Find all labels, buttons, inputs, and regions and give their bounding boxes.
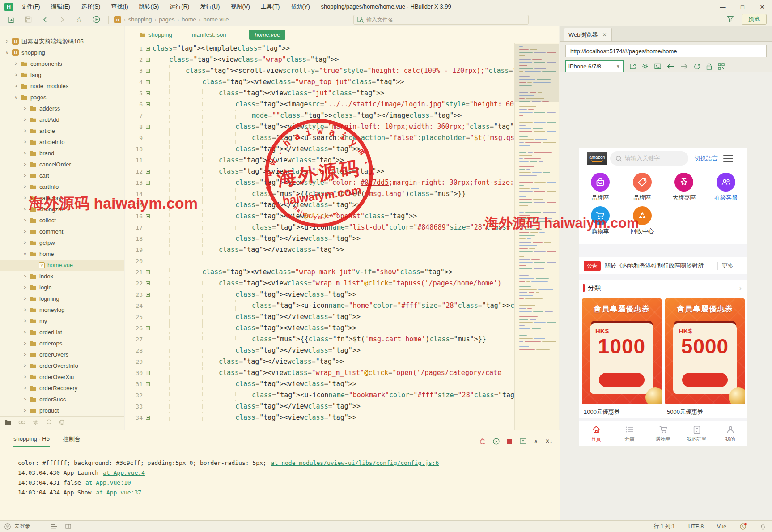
lock-icon[interactable] (706, 63, 712, 70)
menu-item-4[interactable]: 查找(I) (106, 1, 132, 12)
fold-marker[interactable] (143, 267, 153, 278)
console-tab-app[interactable]: shopping - H5 (13, 435, 50, 447)
tree-item-cartInfo[interactable]: >cartInfo (0, 181, 124, 192)
collapse-arrow-icon[interactable]: > (22, 117, 28, 122)
fold-marker[interactable] (143, 121, 153, 132)
collapse-arrow-icon[interactable]: > (4, 39, 10, 44)
browser-forward-icon[interactable] (680, 64, 688, 69)
fold-marker[interactable] (143, 244, 153, 255)
code-line-16[interactable]: 16class="tag"><view @click="openst"class… (125, 211, 514, 222)
user-account-icon[interactable] (4, 523, 11, 530)
expand-arrow-icon[interactable]: ∨ (4, 50, 10, 55)
fold-marker[interactable] (143, 200, 153, 211)
tabbar-item-order[interactable]: 我的訂單 (680, 421, 713, 446)
device-select[interactable]: iPhone 6/7/8 ▼ (565, 60, 624, 72)
code-line-10[interactable]: 10class="tag"></viewclass="tag">> (125, 144, 514, 155)
fold-marker[interactable] (143, 412, 153, 423)
menu-item-8[interactable]: 视图(V) (226, 1, 254, 12)
collapse-arrow-icon[interactable]: > (22, 207, 28, 212)
category-item[interactable]: 在綫客服 (705, 173, 747, 202)
login-status[interactable]: 未登录 (14, 523, 30, 530)
code-line-32[interactable]: 32class="tag"><u-icon name="bookmark" co… (125, 390, 514, 401)
close-button[interactable]: ✕ (752, 0, 772, 13)
preview-button[interactable]: 预览 (742, 14, 767, 25)
tree-item-home.vue[interactable]: Vhome.vue (0, 260, 124, 271)
collapse-arrow-icon[interactable]: > (13, 72, 19, 77)
console-output[interactable]: color: #ffffff; background: #3c9cff; pad… (0, 452, 560, 498)
code-line-24[interactable]: 24class="tag"><u-icon name="home" color=… (125, 300, 514, 311)
collapse-arrow-icon[interactable]: > (22, 106, 28, 111)
collapse-arrow-icon[interactable]: > (22, 386, 28, 391)
tree-item-pages[interactable]: ∨pages (0, 92, 124, 103)
fold-marker[interactable] (143, 345, 153, 356)
collapse-arrow-icon[interactable]: > (22, 296, 28, 301)
category-item[interactable]: 大牌專區 (663, 173, 705, 202)
tree-item-orderOvers[interactable]: >orderOvers (0, 349, 124, 360)
switch-language-link[interactable]: 切换語言 (695, 154, 718, 162)
tree-item-collect[interactable]: >collect (0, 215, 124, 226)
editor-tab-shopping[interactable]: shopping (134, 30, 178, 40)
fold-marker[interactable] (143, 77, 153, 88)
save-button[interactable] (22, 15, 34, 25)
tree-item-shopping[interactable]: ∨ushopping (0, 47, 124, 58)
collapse-arrow-icon[interactable]: > (22, 173, 28, 178)
tabbar-item-cart[interactable]: 購物車 (646, 421, 680, 446)
resume-play-icon[interactable] (493, 438, 500, 445)
tree-item-orderSucc[interactable]: >orderSucc (0, 394, 124, 405)
menu-item-7[interactable]: 发行(U) (195, 1, 224, 12)
minimize-button[interactable]: — (713, 0, 733, 13)
tree-item-logining[interactable]: >logining (0, 293, 124, 304)
breadcrumb-item[interactable]: home.vue (203, 16, 229, 23)
code-line-30[interactable]: 30class="tag"><view class="wrap_m_list" … (125, 367, 514, 379)
tree-item-index[interactable]: >index (0, 271, 124, 282)
console-source-link[interactable]: at App.vue:4 (103, 469, 145, 476)
console-source-link[interactable]: at node_modules/uview-ui/libs/config/con… (271, 460, 439, 466)
fold-marker[interactable] (143, 367, 153, 379)
tree-item-cart[interactable]: >cart (0, 170, 124, 181)
fold-marker[interactable] (143, 132, 153, 144)
tree-item-orderList[interactable]: >orderList (0, 327, 124, 338)
fold-marker[interactable] (143, 54, 153, 65)
collapse-arrow-icon[interactable]: > (22, 218, 28, 223)
fold-marker[interactable] (143, 390, 153, 401)
code-line-18[interactable]: 18class="tag"></viewclass="tag">> (125, 233, 514, 244)
tree-item-product[interactable]: >product (0, 405, 124, 416)
collapse-arrow-icon[interactable]: > (22, 184, 28, 189)
tree-item-components[interactable]: >components (0, 58, 124, 69)
outline-list-icon[interactable] (51, 524, 57, 529)
list-menu-icon[interactable] (723, 155, 733, 162)
tab-web-browser[interactable]: Web浏览器 ✕ (564, 28, 612, 41)
code-line-2[interactable]: 2class="tag"><view class="wrap"class="ta… (125, 54, 514, 65)
code-line-6[interactable]: 6class="tag"><image src="../../static/im… (125, 99, 514, 110)
code-line-4[interactable]: 4class="tag"><view class="wrap_top jut"c… (125, 77, 514, 88)
debug-bug-icon[interactable] (479, 438, 486, 445)
tree-item-orderOversInfo[interactable]: >orderOversInfo (0, 360, 124, 371)
collapse-arrow-icon[interactable]: > (22, 274, 28, 279)
tree-item-cancelOrder[interactable]: >cancelOrder (0, 159, 124, 170)
collapse-arrow-icon[interactable]: > (22, 307, 28, 312)
close-tab-icon[interactable]: ✕ (602, 32, 607, 38)
collapse-arrow-icon[interactable]: > (22, 397, 28, 402)
tree-item-orderRecovery[interactable]: >orderRecovery (0, 383, 124, 394)
code-area[interactable]: 1class="tag"><templateclass="tag">>2clas… (125, 43, 514, 430)
collapse-arrow-icon[interactable]: > (22, 128, 28, 133)
code-line-22[interactable]: 22class="tag"><view class="wrap_m_list" … (125, 278, 514, 289)
fold-marker[interactable] (143, 323, 153, 334)
fold-marker[interactable] (143, 211, 153, 222)
fold-marker[interactable] (143, 289, 153, 300)
fold-marker[interactable] (143, 255, 153, 267)
tree-item-orderOverXiu[interactable]: >orderOverXiu (0, 371, 124, 383)
files-view-icon[interactable] (4, 419, 11, 425)
minimap-viewport-indicator[interactable] (515, 44, 559, 102)
open-external-icon[interactable] (629, 63, 636, 70)
collapse-arrow-icon[interactable]: > (22, 162, 28, 167)
expand-arrow-icon[interactable]: ∨ (22, 251, 28, 256)
tree-item-brand[interactable]: >brand (0, 148, 124, 159)
fold-marker[interactable] (143, 43, 153, 54)
code-line-17[interactable]: 17class="tag"><u-icon name="list-dot" co… (125, 222, 514, 233)
layout-panel-icon[interactable] (65, 524, 71, 529)
collapse-arrow-icon[interactable]: > (22, 330, 28, 335)
tree-item-orderops[interactable]: >orderops (0, 338, 124, 349)
code-line-29[interactable]: 29class="tag"></viewclass="tag">> (125, 356, 514, 367)
maximize-button[interactable]: □ (733, 0, 752, 13)
